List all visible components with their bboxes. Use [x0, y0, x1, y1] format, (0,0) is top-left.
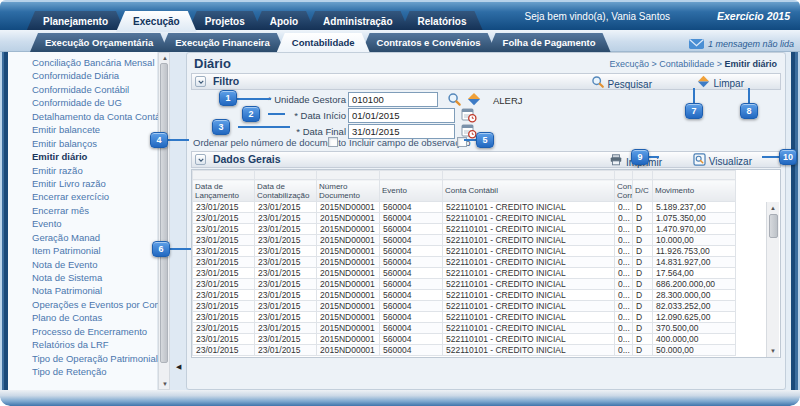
- table-row[interactable]: 23/01/201523/01/20152015ND00001560004522…: [193, 334, 736, 345]
- subnav-tab-execu-o-or-ament-ria[interactable]: Execução Orçamentária: [30, 33, 168, 52]
- table-row[interactable]: 23/01/201523/01/20152015ND00001560004522…: [193, 213, 736, 224]
- envelope-icon: [689, 35, 704, 53]
- lookup-clear-icon[interactable]: [467, 92, 482, 107]
- table-filter-row[interactable]: [193, 171, 736, 180]
- sidebar-item-relat-rios-da-lrf[interactable]: Relatórios da LRF: [8, 338, 158, 351]
- sidebar-item-tipo-de-reten-o[interactable]: Tipo de Retenção: [8, 365, 158, 378]
- sidebar-item-emitir-raz-o[interactable]: Emitir razão: [8, 164, 158, 177]
- breadcrumb: Execução > Contabilidade > Emitir diário: [609, 59, 777, 69]
- nav-tab-apoio[interactable]: Apoio: [253, 11, 315, 32]
- sidebar-item-conformidade-de-ug[interactable]: Conformidade de UG: [8, 96, 158, 109]
- app-window: PlanejamentoExecuçãoProjetosApoioAdminis…: [0, 0, 800, 406]
- collapse-dados-icon[interactable]: [195, 154, 206, 165]
- sidebar-gutter: ◀: [170, 52, 186, 390]
- nav-tab-projetos[interactable]: Projetos: [188, 11, 262, 32]
- collapse-filter-icon[interactable]: [195, 76, 206, 87]
- column-header[interactable]: Evento: [380, 180, 443, 202]
- table-row[interactable]: 23/01/201523/01/20152015ND00001560004522…: [193, 268, 736, 279]
- table-row[interactable]: 23/01/201523/01/20152015ND00001560004522…: [193, 345, 736, 356]
- lookup-search-icon[interactable]: [447, 92, 462, 107]
- table-row[interactable]: 23/01/201523/01/20152015ND00001560004522…: [193, 257, 736, 268]
- column-header[interactable]: Conta Contábil: [443, 180, 615, 202]
- sidebar-item-conformidade-di-ria[interactable]: Conformidade Diária: [8, 69, 158, 82]
- annotation-badge-9: 9: [631, 149, 649, 165]
- sidebar-item-opera-es-e-eventos-por-conta[interactable]: Operações e Eventos por Conta: [8, 298, 158, 311]
- annotation-badge-10: 10: [779, 149, 797, 165]
- sidebar-item-emitir-livro-raz-o[interactable]: Emitir Livro razão: [8, 177, 158, 190]
- search-button[interactable]: Pesquisar: [591, 75, 652, 93]
- data-inicio-calendar-icon[interactable]: [461, 107, 476, 122]
- view-button[interactable]: Visualizar: [693, 153, 752, 170]
- sidebar-item-nota-de-sistema[interactable]: Nota de Sistema: [8, 271, 158, 284]
- sidebar-item-gera-o-manad[interactable]: Geração Manad: [8, 231, 158, 244]
- welcome-text: Seja bem vindo(a), Vania Santos: [525, 11, 670, 22]
- column-header[interactable]: D/C: [633, 180, 653, 202]
- sidebar-item-plano-de-contas[interactable]: Plano de Contas: [8, 311, 158, 324]
- annotation-badge-3: 3: [212, 119, 230, 135]
- table-row[interactable]: 23/01/201523/01/20152015ND00001560004522…: [193, 224, 736, 235]
- subnav-tab-contabilidade[interactable]: Contabilidade: [277, 33, 370, 52]
- sidebar-item-processo-de-encerramento[interactable]: Processo de Encerramento: [8, 325, 158, 338]
- search-button-label: Pesquisar: [608, 77, 652, 92]
- sidebar-item-evento[interactable]: Evento: [8, 217, 158, 230]
- annotation-badge-4: 4: [150, 132, 168, 148]
- nav-tab-administra-o[interactable]: Administração: [306, 11, 409, 32]
- table-row[interactable]: 23/01/201523/01/20152015ND00001560004522…: [193, 290, 736, 301]
- table-scroll-up-icon[interactable]: ▲: [770, 205, 776, 211]
- unidade-gestora-input[interactable]: [348, 92, 438, 107]
- annotation-line-4: [167, 139, 189, 141]
- table-row[interactable]: 23/01/201523/01/20152015ND00001560004522…: [193, 246, 736, 257]
- sidebar-item-emitir-balancete[interactable]: Emitir balancete: [8, 123, 158, 136]
- column-header[interactable]: Con Corr: [615, 180, 633, 202]
- nav-tab-planejamento[interactable]: Planejamento: [26, 11, 125, 32]
- window-frame-bottom: [0, 390, 800, 406]
- data-final-calendar-icon[interactable]: [461, 123, 476, 138]
- table-scrollbar-thumb[interactable]: [769, 214, 778, 238]
- sidebar-item-conformidade-cont-bil[interactable]: Conformidade Contábil: [8, 83, 158, 96]
- clear-button[interactable]: Limpar: [697, 75, 744, 92]
- table-row[interactable]: 23/01/201523/01/20152015ND00001560004522…: [193, 235, 736, 246]
- column-header[interactable]: Movimento: [653, 180, 736, 202]
- column-header[interactable]: Número Documento: [317, 180, 380, 202]
- sidebar-item-detalhamento-da-conta-cont-bil[interactable]: Detalhamento da Conta Contábil: [8, 110, 158, 123]
- table-row[interactable]: 23/01/201523/01/20152015ND00001560004522…: [193, 202, 736, 213]
- annotation-badge-5: 5: [476, 132, 494, 148]
- sidebar-scrollbar[interactable]: ▲ ▼: [158, 52, 170, 390]
- annotation-line-7: [693, 88, 695, 104]
- sidebar-item-item-patrimonial[interactable]: Item Patrimonial: [8, 244, 158, 257]
- message-indicator[interactable]: 1 mensagem não lida: [689, 35, 794, 53]
- annotation-line-6: [170, 248, 191, 250]
- annotation-line-10: [762, 156, 780, 158]
- subnav-tab-contratos-e-conv-nios[interactable]: Contratos e Convênios: [362, 33, 496, 52]
- sidebar-item-nota-de-evento[interactable]: Nota de Evento: [8, 258, 158, 271]
- sidebar-item-nota-patrimonial[interactable]: Nota Patrimonial: [8, 284, 158, 297]
- sidebar-item-encerrar-exerc-cio[interactable]: Encerrar exercício: [8, 190, 158, 203]
- subnav-tab-folha-de-pagamento[interactable]: Folha de Pagamento: [488, 33, 611, 52]
- scroll-up-icon[interactable]: ▲: [162, 55, 168, 61]
- sidebar-item-emitir-balan-os[interactable]: Emitir balanços: [8, 137, 158, 150]
- table-row[interactable]: 23/01/201523/01/20152015ND00001560004522…: [193, 323, 736, 334]
- table-row[interactable]: 23/01/201523/01/20152015ND00001560004522…: [193, 279, 736, 290]
- sidebar-item-tipo-de-opera-o-patrimonial[interactable]: Tipo de Operação Patrimonial: [8, 352, 158, 365]
- sidebar-item-encerrar-m-s[interactable]: Encerrar mês: [8, 204, 158, 217]
- breadcrumb-current: Emitir diário: [724, 59, 777, 69]
- breadcrumb-prefix[interactable]: Execução > Contabilidade >: [609, 59, 724, 69]
- nav-tab-relat-rios[interactable]: Relatórios: [401, 11, 484, 32]
- data-inicio-input[interactable]: [348, 108, 455, 123]
- ordenar-checkbox[interactable]: [328, 137, 338, 147]
- table-scroll-down-icon[interactable]: ▼: [770, 348, 776, 354]
- annotation-line-9: [649, 156, 659, 158]
- scroll-down-icon[interactable]: ▼: [162, 381, 168, 387]
- scroll-left-icon[interactable]: ◀: [176, 364, 181, 370]
- column-header[interactable]: Data de Contabilização: [255, 180, 317, 202]
- column-header[interactable]: Data de Lançamento: [193, 180, 255, 202]
- sidebar-scrollbar-thumb[interactable]: [160, 63, 168, 363]
- table-row[interactable]: 23/01/201523/01/20152015ND00001560004522…: [193, 312, 736, 323]
- subnav-tab-execu-o-financeira[interactable]: Execução Financeira: [160, 33, 285, 52]
- table-scrollbar[interactable]: ▲ ▼: [766, 202, 779, 357]
- table-row[interactable]: 23/01/201523/01/20152015ND00001560004522…: [193, 301, 736, 312]
- sidebar-item-emitir-di-rio[interactable]: Emitir diário: [8, 150, 158, 163]
- nav-tab-execu-o[interactable]: Execução: [116, 11, 197, 32]
- ordenar-checkbox-label: Ordenar pelo número de documento: [193, 137, 346, 148]
- sidebar-item-concilia-o-banc-ria-mensal[interactable]: Conciliação Bancária Mensal: [8, 56, 158, 69]
